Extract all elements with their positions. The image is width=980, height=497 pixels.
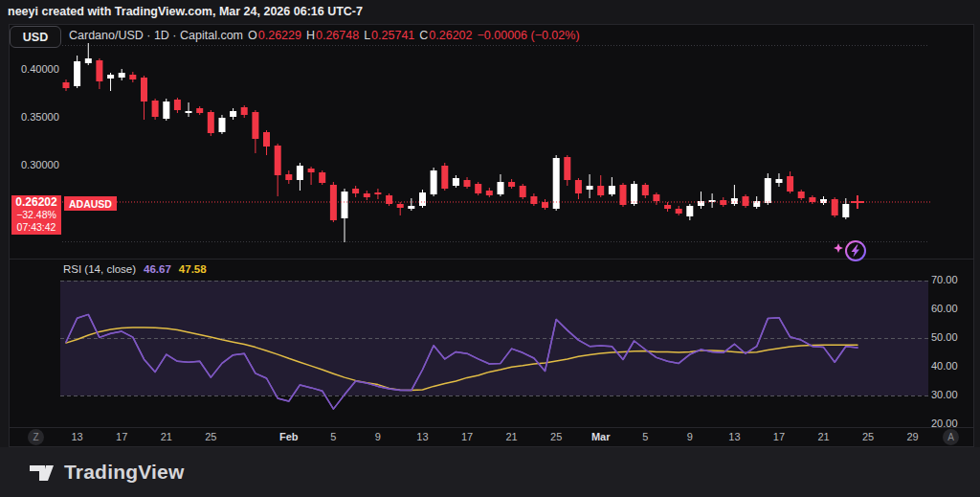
axis-label: 13 xyxy=(58,431,97,442)
axis-label: 70.00 xyxy=(931,274,958,285)
axis-label: Mar xyxy=(582,431,620,442)
last-price-change-pct: −32.48% xyxy=(16,209,56,221)
axis-label: 30.00 xyxy=(931,389,958,400)
axis-label: 0.35000 xyxy=(21,111,59,123)
axis-label: 17 xyxy=(448,431,486,442)
axis-label: 29 xyxy=(894,431,932,442)
footer-bar: TradingView xyxy=(0,447,980,497)
legend-high: H0.26748 xyxy=(306,29,359,42)
tradingview-brand-text: TradingView xyxy=(64,461,185,484)
legend-close: C0.26202 xyxy=(419,29,472,42)
axis-label: 40.00 xyxy=(931,360,958,372)
legend-low: L0.25741 xyxy=(364,29,414,42)
symbol-price-line-badge: ADAUSD xyxy=(64,196,117,211)
auto-scale-badge[interactable]: A xyxy=(943,429,959,445)
axis-label: 0.40000 xyxy=(21,63,59,75)
last-price-value: 0.26202 xyxy=(15,196,56,209)
tradingview-snapshot: neeyi created with TradingView.com, Mar … xyxy=(0,0,980,497)
axis-label: 9 xyxy=(671,431,709,442)
axis-label: 5 xyxy=(314,431,352,442)
axis-label: 50.00 xyxy=(931,331,958,343)
rsi-ma-current-value: 47.58 xyxy=(179,263,207,275)
axis-label: 21 xyxy=(805,431,843,442)
attribution-text: neeyi created with TradingView.com, Mar … xyxy=(8,5,363,18)
rsi-indicator-legend[interactable]: RSI (14, close) 46.67 47.58 xyxy=(63,263,207,275)
symbol-title[interactable]: Cardano/USD · 1D · Capital.com xyxy=(69,29,243,42)
rsi-axis: 70.0060.0050.0040.0030.0020.00 xyxy=(0,260,980,427)
axis-label: 25 xyxy=(849,431,887,442)
axis-label: 21 xyxy=(147,431,186,442)
lightning-bolt-icon xyxy=(852,245,860,258)
candle-countdown: 07:43:42 xyxy=(17,221,56,234)
axis-label: 21 xyxy=(493,431,531,442)
axis-label: 17 xyxy=(102,431,141,442)
axis-label: 13 xyxy=(715,431,753,442)
time-axis: 13172125Feb5913172125Mar591317212529 xyxy=(0,428,980,447)
axis-label: Feb xyxy=(270,431,308,442)
axis-label: 13 xyxy=(403,431,441,442)
axis-label: 25 xyxy=(191,431,230,442)
currency-toggle-button[interactable]: USD xyxy=(10,26,61,48)
axis-label: 9 xyxy=(359,431,397,442)
tradingview-logo-icon xyxy=(27,458,56,486)
axis-label: 60.00 xyxy=(931,303,958,314)
axis-label: 17 xyxy=(760,431,798,442)
last-price-label: 0.26202 −32.48% 07:43:42 xyxy=(11,195,61,235)
axis-label: 25 xyxy=(537,431,575,442)
rsi-current-value: 46.67 xyxy=(144,263,171,275)
legend-change: −0.00006 (−0.02%) xyxy=(478,29,580,42)
symbol-legend: Cardano/USD · 1D · Capital.com O0.26229 … xyxy=(69,29,580,42)
legend-open: O0.26229 xyxy=(248,29,301,42)
axis-label: 0.30000 xyxy=(21,159,59,170)
spark-lightning-icon[interactable] xyxy=(833,237,875,266)
sparkle-icon xyxy=(834,243,843,253)
timezone-badge[interactable]: Z xyxy=(28,429,44,445)
axis-label: 20.00 xyxy=(931,418,958,427)
axis-label: 5 xyxy=(626,431,664,442)
rsi-legend-title: RSI (14, close) xyxy=(63,263,136,275)
